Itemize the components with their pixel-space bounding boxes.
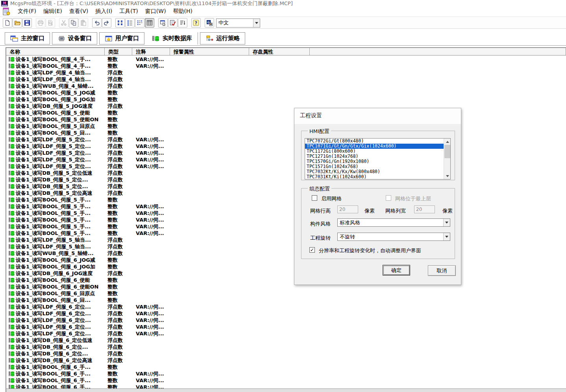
table-row[interactable]: 设备1_读写LDF_伺服_5_定位...浮点数VAR://伺...	[6, 156, 566, 163]
hmi-model-option[interactable]: TPC7031Kt/Ki(1024x600)	[305, 174, 450, 179]
help-button[interactable]: ?	[191, 18, 201, 28]
table-row[interactable]: 设备1_读写LDF_伺服_5_定位...浮点数VAR://伺...	[6, 136, 566, 143]
scroll-up-button[interactable]	[444, 139, 451, 144]
table-row[interactable]: 设备1_读写BOOL_伺服_6_JOG减整数	[6, 257, 566, 263]
auto-adjust-checkbox[interactable]: ✓	[309, 247, 315, 253]
column-header-4[interactable]: 报警属性	[170, 48, 249, 55]
table-row[interactable]: 设备1_读写WUB_伺服_4_轴错...浮点数	[6, 83, 566, 89]
table-row[interactable]: 设备1_读写LDF_伺服_6_定位...浮点数VAR://伺...	[6, 317, 566, 324]
table-row[interactable]: 设备1_读写LDF_伺服_4_轴当...浮点数	[6, 69, 566, 76]
enable-grid-checkbox[interactable]	[312, 195, 317, 201]
table-row[interactable]: 设备1_读写LDF_伺服_6_定位...浮点数VAR://伺...	[6, 310, 566, 317]
table-row[interactable]: 设备1_读写BOOL_伺服_5_使能整数	[6, 109, 566, 116]
table-row[interactable]: 设备1_读写DB_伺服_6_定位高速浮点数	[6, 357, 566, 364]
table-row[interactable]: 设备1_读写BOOL_伺服_6_使能ON整数	[6, 283, 566, 290]
menu-window[interactable]: 窗口(W)	[142, 7, 170, 16]
table-row[interactable]: 设备1_读写BOOL_伺服_6_使能整数	[6, 277, 566, 283]
language-select[interactable]: 中文	[216, 18, 260, 28]
language-select-dropdown-button[interactable]	[253, 19, 260, 27]
project-rotation-dropdown-button[interactable]	[443, 233, 450, 240]
view-detail-button[interactable]	[145, 18, 154, 28]
menu-edit[interactable]: 编辑(E)	[40, 7, 66, 16]
save-button[interactable]	[22, 18, 32, 28]
table-row[interactable]: 设备1_读写DB_伺服_5_JOG速度浮点数	[6, 103, 566, 109]
dialog-title-bar[interactable]: 工程设置	[294, 108, 461, 124]
table-row[interactable]: 设备1_读写DB_伺服_5_定位低速浮点数	[6, 170, 566, 176]
table-row[interactable]: 设备1_读写BOOL_伺服_6_JOG加整数	[6, 263, 566, 270]
table-row[interactable]: 设备1_读写BOOL_伺服_5_JOG加整数	[6, 96, 566, 103]
sort-button[interactable]	[178, 18, 187, 28]
table-row[interactable]: 设备1_读写BOOL_伺服_5_手...整数VAR://伺...	[6, 230, 566, 237]
language-button[interactable]: 中A	[205, 18, 214, 28]
redo-button[interactable]	[102, 18, 111, 28]
horizontal-scrollbar[interactable]	[6, 388, 566, 392]
table-row[interactable]: 设备1_读写DB_伺服_6_JOG速度浮点数	[6, 270, 566, 277]
open-button[interactable]	[13, 18, 22, 28]
table-row[interactable]: 设备1_读写LDF_伺服_5_轴当...浮点数	[6, 243, 566, 250]
scrollbar-thumb[interactable]	[444, 145, 450, 158]
table-row[interactable]: 设备1_读写BOOL_伺服_5_手...整数VAR://伺...	[6, 203, 566, 210]
table-row[interactable]: 设备1_读写DB_伺服_5_定位...浮点数	[6, 176, 566, 183]
table-row[interactable]: 设备1_读写BOOL_伺服_6_手...整数VAR://伺...	[6, 384, 566, 388]
table-row[interactable]: 设备1_读写BOOL_伺服_6_手...整数VAR://伺...	[6, 377, 566, 384]
table-row[interactable]: 设备1_读写BOOL_伺服_4_手...整数VAR://伺...	[6, 63, 566, 69]
menu-view[interactable]: 查看(V)	[66, 7, 92, 16]
view-large-button[interactable]	[115, 18, 125, 28]
table-row[interactable]: 设备1_读写WUB_伺服_5_轴错...浮点数	[6, 250, 566, 257]
table-row[interactable]: 设备1_读写LDF_伺服_5_轴当...浮点数	[6, 237, 566, 243]
new-button[interactable]	[3, 18, 12, 28]
menu-insert[interactable]: 插入(I)	[92, 7, 116, 16]
scroll-down-button[interactable]	[444, 173, 451, 179]
table-row[interactable]: 设备1_读写BOOL_伺服_5_手...整数VAR://伺...	[6, 223, 566, 230]
component-style-dropdown-button[interactable]	[443, 219, 450, 226]
table-row[interactable]: 设备1_读写BOOL_伺服_5_使能ON整数	[6, 116, 566, 123]
column-header-5[interactable]: 存盘属性	[249, 48, 310, 55]
table-row[interactable]: 设备1_读写DB_伺服_6_定位低速浮点数	[6, 337, 566, 344]
undo-button[interactable]	[92, 18, 102, 28]
copy-button[interactable]	[69, 18, 78, 28]
table-row[interactable]: 设备1_读写LDF_伺服_5_定位...浮点数VAR://伺...	[6, 163, 566, 170]
table-row[interactable]: 设备1_读写LDF_伺服_6_定位...浮点数VAR://伺...	[6, 330, 566, 337]
view-list-button[interactable]	[135, 18, 144, 28]
table-row[interactable]: 设备1_读写BOOL_伺服_6_手...整数VAR://伺...	[6, 370, 566, 377]
table-row[interactable]: 设备1_读写BOOL_伺服_5_JOG减整数	[6, 89, 566, 96]
component-style-select[interactable]: 标准风格	[337, 218, 450, 227]
tab-user-window[interactable]: 用户窗口	[99, 32, 144, 44]
syntax-check-button[interactable]	[168, 18, 178, 28]
tab-run-strategy[interactable]: 运行策略	[200, 32, 245, 44]
table-row[interactable]: 设备1_读写BOOL_伺服_5_手...整数VAR://伺...	[6, 216, 566, 223]
table-row[interactable]: 设备1_读写LDF_伺服_5_定位...浮点数VAR://伺...	[6, 143, 566, 150]
table-row[interactable]: 设备1_读写DB_伺服_6_定位...浮点数	[6, 350, 566, 357]
table-row[interactable]: 设备1_读写LDF_伺服_4_轴当...浮点数	[6, 76, 566, 83]
table-row[interactable]: 设备1_读写BOOL_伺服_6_手...整数	[6, 364, 566, 370]
view-small-button[interactable]	[125, 18, 135, 28]
table-row[interactable]: 设备1_读写LDF_伺服_6_定位...浮点数VAR://伺...	[6, 324, 566, 330]
menu-help[interactable]: 帮助(H)	[170, 7, 196, 16]
table-row[interactable]: 设备1_读写BOOL_伺服_5_回原点整数	[6, 123, 566, 129]
column-header-3[interactable]: 注释	[132, 48, 170, 55]
table-row[interactable]: 设备1_读写DB_伺服_5_定位高速浮点数	[6, 190, 566, 196]
table-row[interactable]: 设备1_读写BOOL_伺服_4_手...整数VAR://伺...	[6, 56, 566, 63]
title-bar[interactable]: M McgsPro组态环境 - [工作台：C:\USERS\ADMINISTRA…	[0, 0, 566, 6]
menu-tools[interactable]: 工具(T)	[116, 7, 141, 16]
cancel-button[interactable]: 取消	[428, 265, 456, 276]
table-row[interactable]: 设备1_读写LDF_伺服_5_定位...浮点数VAR://伺...	[6, 150, 566, 156]
table-row[interactable]: 设备1_读写BOOL_伺服_5_手...整数	[6, 196, 566, 203]
table-row[interactable]: 设备1_读写BOOL_伺服_5_回...整数	[6, 129, 566, 136]
table-row[interactable]: 设备1_读写BOOL_伺服_6_回原点整数	[6, 290, 566, 297]
table-row[interactable]: 设备1_读写DB_伺服_6_定位...浮点数	[6, 344, 566, 350]
listbox-scrollbar[interactable]	[444, 139, 450, 179]
table-row[interactable]: 设备1_读写BOOL_伺服_6_回...整数	[6, 297, 566, 303]
ok-button[interactable]: 确定	[383, 265, 410, 276]
menu-file[interactable]: 文件(F)	[14, 7, 40, 16]
project-rotation-select[interactable]: 不旋转	[337, 233, 450, 241]
table-row[interactable]: 设备1_读写DB_伺服_5_定位...浮点数	[6, 183, 566, 190]
tab-main-window[interactable]: 主控窗口	[5, 32, 50, 44]
table-row[interactable]: 设备1_读写LDF_伺服_6_定位...浮点数VAR://伺...	[6, 303, 566, 310]
column-header-1[interactable]: 名称	[6, 48, 105, 55]
table-row[interactable]: 设备1_读写BOOL_伺服_5_手...整数VAR://伺...	[6, 210, 566, 216]
tab-realtime-database[interactable]: 实时数据库	[146, 32, 198, 44]
properties-button[interactable]	[158, 18, 168, 28]
tab-device-window[interactable]: 设备窗口	[52, 32, 97, 44]
column-header-2[interactable]: 类型	[105, 48, 132, 55]
